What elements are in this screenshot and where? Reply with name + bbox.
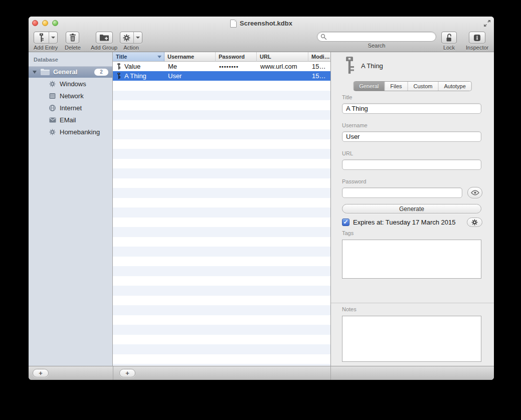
sidebar-item-homebanking[interactable]: Homebanking [29,126,112,138]
sidebar-item-label: Windows [60,80,86,88]
cell-password: •••••••• [216,64,257,70]
window-chrome: Screenshot.kdbx Add Entry [29,17,494,52]
notes-input[interactable] [342,316,481,362]
divider [113,366,113,380]
table-row[interactable]: Value Me •••••••• www.url.com 15… [113,62,330,71]
cell-username: Me [164,63,216,70]
add-entry-button[interactable] [34,32,58,44]
server-icon [49,93,56,99]
reveal-password-button[interactable] [467,187,482,198]
search-field[interactable] [317,32,436,42]
title-field[interactable] [342,103,481,114]
table-row-selected[interactable]: A Thing User 15… [113,71,330,81]
cell-title: A Thing [124,72,146,80]
toolbar: Add Entry Delete Add Group [29,30,494,52]
disclosure-triangle-icon[interactable] [33,71,37,74]
sidebar-group-general[interactable]: General 2 [29,66,112,78]
add-group-plus-button[interactable]: + [33,369,49,377]
column-header-url[interactable]: URL [257,52,308,62]
expires-label: Expires at: Tuesday 17 March 2015 [353,219,456,226]
cell-url: www.url.com [257,63,308,70]
column-header-title[interactable]: Title [113,52,164,62]
search-input[interactable] [328,33,433,42]
table-header: Title Username Password URL Modi… [113,52,330,62]
unlock-icon [445,34,453,42]
notes-label: Notes [342,306,357,312]
info-icon [473,34,481,42]
key-icon [344,55,355,75]
generate-button[interactable]: Generate [342,204,481,214]
bottom-bar: + + [29,366,494,380]
gear-icon [120,32,133,43]
gear-icon [49,129,56,135]
sidebar: Database General 2 Windows Network [29,52,113,366]
action-dropdown[interactable] [133,32,142,43]
cell-modified: 15… [308,63,330,70]
username-field-label: Username [342,122,368,128]
delete-button[interactable] [66,32,79,44]
cell-username: User [164,72,216,80]
window-title: Screenshot.kdbx [240,20,292,27]
inspector-entry-title: A Thing [361,62,383,70]
key-icon [34,32,49,43]
action-label: Action [123,45,139,51]
entry-count-badge: 2 [94,69,108,76]
folder-icon [41,69,50,75]
tab-autotype[interactable]: Autotype [438,82,471,91]
sidebar-section-header: Database [29,52,112,63]
tab-files[interactable]: Files [385,82,408,91]
sidebar-item-label: Homebanking [60,128,100,136]
add-entry-plus-button[interactable]: + [119,369,135,377]
inspector-tabs: General Files Custom Autotype [353,81,472,91]
key-icon [117,72,121,80]
entry-table: Title Username Password URL Modi… Value … [113,52,330,366]
folder-plus-icon [100,34,109,41]
cell-modified: 15… [308,72,330,80]
title-field-label: Title [342,94,352,100]
sidebar-item-label: EMail [60,116,76,124]
sidebar-item-email[interactable]: EMail [29,114,112,126]
expires-checkbox[interactable]: ✓ [342,219,350,226]
add-group-label: Add Group [91,45,117,51]
url-field[interactable] [342,159,481,170]
sidebar-item-network[interactable]: Network [29,90,112,102]
sidebar-group-label: General [53,68,77,76]
chevron-down-icon [136,37,140,39]
sort-descending-icon [157,56,161,58]
tags-label: Tags [342,230,354,236]
column-header-username[interactable]: Username [164,52,216,62]
column-header-password[interactable]: Password [216,52,257,62]
sidebar-item-label: Internet [60,104,82,112]
chevron-down-icon [51,37,55,39]
search-label: Search [368,43,386,49]
sidebar-item-internet[interactable]: Internet [29,102,112,114]
tags-input[interactable] [342,240,481,279]
password-field-label: Password [342,178,366,184]
inspector-button[interactable] [469,32,485,44]
tab-general[interactable]: General [354,82,385,91]
key-icon [117,63,121,70]
envelope-icon [49,117,56,123]
tab-custom[interactable]: Custom [408,82,439,91]
lock-button[interactable] [441,32,457,44]
delete-label: Delete [65,45,81,51]
column-header-modified[interactable]: Modi… [308,52,330,62]
add-entry-label: Add Entry [34,45,58,51]
gear-icon [471,219,478,226]
cell-title: Value [124,63,140,70]
add-entry-dropdown[interactable] [49,32,57,43]
action-button[interactable] [120,32,142,44]
title-bar[interactable]: Screenshot.kdbx [29,17,494,30]
expiry-options-button[interactable] [467,218,482,227]
add-group-button[interactable] [96,32,113,44]
globe-icon [49,105,56,111]
app-window: Screenshot.kdbx Add Entry [29,17,494,380]
eye-icon [471,190,479,195]
username-field[interactable] [342,131,481,142]
document-icon [230,20,237,28]
fullscreen-icon[interactable] [483,20,491,27]
sidebar-item-windows[interactable]: Windows [29,78,112,90]
inspector-panel: A Thing General Files Custom Autotype Ti… [330,52,494,366]
password-field[interactable] [342,187,462,198]
inspector-label: Inspector [466,45,488,51]
